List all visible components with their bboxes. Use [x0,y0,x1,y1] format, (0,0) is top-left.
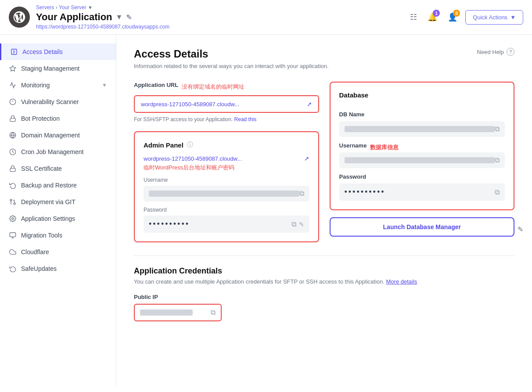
public-ip-field: ⧉ [134,304,222,321]
breadcrumb: Servers › Your Server ▼ [36,4,407,11]
right-column: Database DB Name ⧉ Username 数据库信息 ⧉ [330,82,515,242]
sidebar-item-staging-management[interactable]: Staging Management [0,60,116,77]
sidebar-item-vulnerability-scanner[interactable]: Vulnerability Scanner [0,94,116,110]
domain-icon [9,131,17,139]
db-password-label: Password [339,173,505,180]
app-url-box[interactable]: wordpress-1271050-4589087.cloudw... ➚ [134,95,319,113]
svg-marker-4 [10,65,15,71]
db-username-field: ⧉ [339,152,505,168]
notifications-button[interactable]: 🔔 1 [425,10,440,25]
db-edit-icon[interactable]: ✎ [518,225,523,234]
admin-panel-info-icon: ⓘ [187,141,193,149]
sidebar-label-ssl: SSL Certificate [21,165,62,172]
admin-username-copy-icon[interactable]: ⧉ [299,190,304,198]
db-password-field: •••••••••• ⧉ [339,183,505,201]
need-help[interactable]: Need Help ? [477,48,514,56]
svg-rect-17 [10,233,15,237]
read-this-link[interactable]: Read this [234,116,257,122]
admin-panel-box: Admin Panel ⓘ wordpress-1271050-4589087.… [134,131,319,242]
sidebar-item-app-settings[interactable]: Application Settings [0,210,116,227]
public-ip-copy-icon[interactable]: ⧉ [211,309,216,316]
admin-url-row: wordpress-1271050-4589087.cloudw... ➚ [144,155,309,162]
sidebar: Access Details Staging Management Monito… [0,35,116,387]
sidebar-label-app-settings: Application Settings [21,215,75,222]
page-header: Access Details Need Help ? [134,48,514,60]
settings-icon [9,215,17,223]
wp-logo [9,7,30,28]
sidebar-label-safeupdates: SafeUpdates [21,265,57,272]
quick-actions-button[interactable]: Quick Actions ▼ [465,10,523,25]
admin-username-label: Username [144,177,309,183]
sidebar-item-ssl-certificate[interactable]: SSL Certificate [0,160,116,177]
admin-url-external-icon[interactable]: ➚ [304,155,309,162]
sidebar-item-cloudflare[interactable]: Cloudflare [0,244,116,260]
svg-rect-12 [10,168,15,171]
page-subtitle: Information related to the several ways … [134,63,514,69]
public-ip-label: Public IP [134,294,514,300]
sidebar-label-bot: Bot Protection [21,115,60,122]
monitoring-chevron: ▼ [102,82,107,88]
sidebar-item-migration[interactable]: Migration Tools [0,227,116,244]
sidebar-label-monitoring: Monitoring [21,82,50,89]
admin-password-edit-icon[interactable]: ✎ [299,221,304,228]
app-url-label: Application URL [134,82,178,88]
credentials-subtitle: You can create and use multiple Applicat… [134,278,514,285]
db-annotation: 数据库信息 [370,144,399,151]
db-username-copy-icon[interactable]: ⧉ [495,156,500,164]
app-url-text: wordpress-1271050-4589087.cloudw... [141,101,239,108]
credentials-title: Application Credentials [134,266,514,276]
admin-username-blurred [149,191,299,197]
ssl-icon [9,165,17,173]
admin-password-copy-icon[interactable]: ⧉ [291,220,296,228]
admin-panel-title: Admin Panel [144,141,183,149]
admin-password-label: Password [144,207,309,213]
more-details-link[interactable]: More details [386,278,417,285]
monitoring-icon [9,81,17,89]
sidebar-item-bot-protection[interactable]: Bot Protection [0,110,116,127]
db-name-blurred [345,126,495,132]
vulnerability-icon [9,98,17,106]
message-badge: 0 [453,10,460,17]
page-title: Access Details [134,48,208,60]
sidebar-label-backup: Backup and Restore [21,182,77,189]
sidebar-item-backup-restore[interactable]: Backup and Restore [0,177,116,194]
svg-rect-8 [10,118,15,121]
your-server-link[interactable]: Your Server [59,4,86,11]
sidebar-item-cron-job[interactable]: Cron Job Management [0,144,116,160]
db-username-blurred [345,157,495,163]
sidebar-label-cloudflare: Cloudflare [21,248,49,255]
app-title-chevron[interactable]: ▼ [116,13,123,21]
admin-username-field: ⧉ [144,186,309,201]
app-title-edit[interactable]: ✎ [126,13,132,22]
left-column: Application URL 没有绑定域名的临时网址 wordpress-12… [134,82,319,242]
svg-point-13 [14,203,15,205]
quick-actions-chevron: ▼ [510,14,516,21]
app-url-external-icon[interactable]: ➚ [307,101,312,108]
notes-button[interactable]: ☷ [407,10,420,25]
svg-point-16 [12,218,14,219]
profile-button[interactable]: 👤 0 [445,10,460,25]
app-url-link[interactable]: https://wordpress-1271050-4589087.cloudw… [36,24,169,30]
safeupdates-icon [9,265,17,273]
notification-badge: 1 [433,10,440,17]
main-content: Access Details Need Help ? Information r… [116,35,532,387]
sidebar-label-access-details: Access Details [22,48,63,55]
header-actions: ☷ 🔔 1 👤 0 Quick Actions ▼ [407,10,523,25]
credentials-section: Application Credentials You can create a… [134,255,514,321]
sidebar-item-domain-management[interactable]: Domain Management [0,127,116,144]
admin-url-text[interactable]: wordpress-1271050-4589087.cloudw... [144,155,242,162]
launch-database-button[interactable]: Launch Database Manager [330,217,515,237]
admin-password-field: •••••••••• ⧉ ✎ [144,216,309,233]
sidebar-item-safeupdates[interactable]: SafeUpdates [0,260,116,277]
git-icon [9,198,17,206]
sidebar-item-deployment[interactable]: Deployment via GIT [0,194,116,210]
db-password-copy-icon[interactable]: ⧉ [495,188,500,196]
db-name-copy-icon[interactable]: ⧉ [495,125,500,133]
db-name-field: ⧉ [339,121,505,137]
app-url-annotation: 没有绑定域名的临时网址 [182,83,244,91]
sidebar-label-cron: Cron Job Management [21,148,83,155]
header-title-area: Servers › Your Server ▼ Your Application… [36,4,407,30]
sidebar-item-monitoring[interactable]: Monitoring ▼ [0,77,116,94]
sidebar-item-access-details[interactable]: Access Details [0,43,116,60]
servers-link[interactable]: Servers [36,4,54,11]
